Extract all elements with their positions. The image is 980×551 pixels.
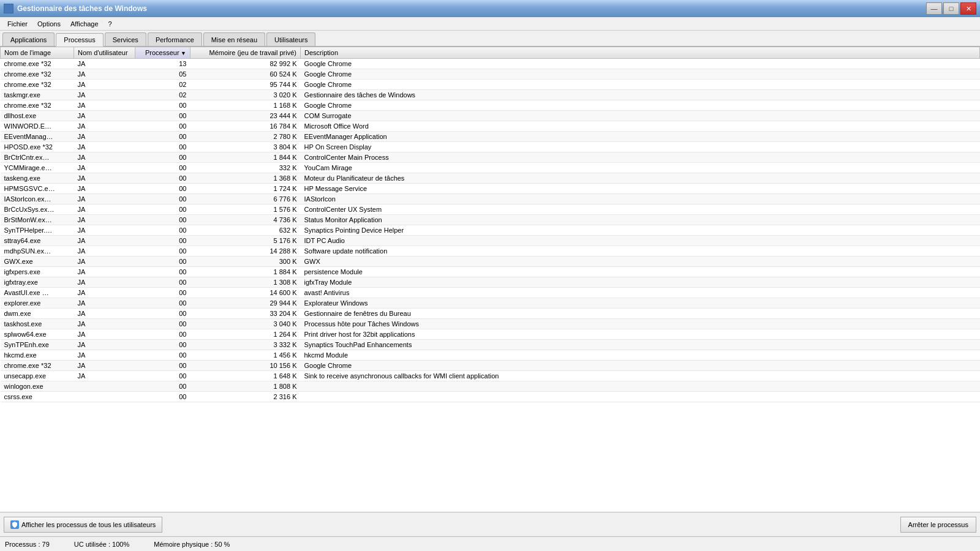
- cell-process-name: igfxtray.exe: [1, 277, 74, 288]
- tab-processus[interactable]: Processus: [56, 33, 103, 47]
- tab-services[interactable]: Services: [105, 32, 146, 46]
- table-row[interactable]: YCMMirage.e…JA00332 KYouCam Mirage: [1, 163, 980, 173]
- close-button[interactable]: ✕: [960, 2, 976, 15]
- table-row[interactable]: BrCcUxSys.ex…JA001 576 KControlCenter UX…: [1, 204, 980, 215]
- cell-process-name: dllhost.exe: [1, 111, 74, 121]
- cell-description: Synaptics Pointing Device Helper: [301, 225, 980, 236]
- table-row[interactable]: igfxtray.exeJA001 308 KigfxTray Module: [1, 277, 980, 288]
- status-memory: Mémoire physique : 50 %: [154, 541, 230, 548]
- table-row[interactable]: dwm.exeJA0033 204 KGestionnaire de fenêt…: [1, 309, 980, 319]
- table-row[interactable]: winlogon.exe001 808 K: [1, 381, 980, 392]
- show-all-processes-button[interactable]: Afficher les processus de tous les utili…: [4, 517, 162, 533]
- table-row[interactable]: explorer.exeJA0029 944 KExplorateur Wind…: [1, 298, 980, 309]
- table-row[interactable]: taskhost.exeJA003 040 KProcessus hôte po…: [1, 319, 980, 329]
- tab-mise-en-reseau[interactable]: Mise en réseau: [203, 32, 265, 46]
- cell-cpu: 00: [135, 225, 190, 236]
- cell-process-name: SynTPEnh.exe: [1, 340, 74, 350]
- cell-process-name: SynTPHelper.…: [1, 225, 74, 236]
- cell-cpu: 00: [135, 215, 190, 225]
- cell-user: JA: [74, 225, 135, 236]
- table-row[interactable]: unsecapp.exeJA001 648 KSink to receive a…: [1, 371, 980, 381]
- table-row[interactable]: SynTPEnh.exeJA003 332 KSynaptics TouchPa…: [1, 340, 980, 350]
- process-table[interactable]: Nom de l'image Nom d'utilisateur Process…: [0, 47, 980, 512]
- table-row[interactable]: chrome.exe *32JA0010 156 KGoogle Chrome: [1, 361, 980, 371]
- bottom-toolbar: Afficher les processus de tous les utili…: [0, 512, 980, 536]
- cell-memory: 3 020 K: [190, 90, 301, 100]
- cell-user: JA: [74, 111, 135, 121]
- table-row[interactable]: chrome.exe *32JA1382 992 KGoogle Chrome: [1, 59, 980, 69]
- cell-cpu: 00: [135, 329, 190, 340]
- menu-help[interactable]: ?: [104, 19, 117, 29]
- table-row[interactable]: chrome.exe *32JA0295 744 KGoogle Chrome: [1, 80, 980, 90]
- menu-affichage[interactable]: Affichage: [66, 19, 104, 29]
- table-row[interactable]: dllhost.exeJA0023 444 KCOM Surrogate: [1, 111, 980, 121]
- cell-description: ControlCenter Main Process: [301, 152, 980, 163]
- table-row[interactable]: chrome.exe *32JA0560 524 KGoogle Chrome: [1, 69, 980, 80]
- cell-cpu: 00: [135, 392, 190, 402]
- cell-description: IAStorIcon: [301, 194, 980, 204]
- col-header-mem[interactable]: Mémoire (jeu de travail privé): [190, 47, 301, 59]
- cell-cpu: 00: [135, 288, 190, 298]
- col-header-cpu[interactable]: Processeur: [135, 47, 190, 59]
- table-row[interactable]: HPMSGSVC.e…JA001 724 KHP Message Service: [1, 184, 980, 194]
- tab-performance[interactable]: Performance: [148, 32, 202, 46]
- cell-user: [74, 381, 135, 392]
- cell-description: Google Chrome: [301, 361, 980, 371]
- cell-cpu: 00: [135, 204, 190, 215]
- menu-options[interactable]: Options: [32, 19, 66, 29]
- cell-memory: 4 736 K: [190, 215, 301, 225]
- cell-cpu: 00: [135, 152, 190, 163]
- table-row[interactable]: BrCtrlCntr.ex…JA001 844 KControlCenter M…: [1, 152, 980, 163]
- table-row[interactable]: GWX.exeJA00300 KGWX: [1, 257, 980, 267]
- table-row[interactable]: IAStorIcon.ex…JA006 776 KIAStorIcon: [1, 194, 980, 204]
- cell-user: JA: [74, 215, 135, 225]
- cell-memory: 23 444 K: [190, 111, 301, 121]
- table-row[interactable]: hkcmd.exeJA001 456 Khkcmd Module: [1, 350, 980, 361]
- col-header-name[interactable]: Nom de l'image: [1, 47, 74, 59]
- table-row[interactable]: splwow64.exeJA001 264 KPrint driver host…: [1, 329, 980, 340]
- cell-memory: 14 600 K: [190, 288, 301, 298]
- table-row[interactable]: BrStMonW.ex…JA004 736 KStatus Monitor Ap…: [1, 215, 980, 225]
- table-row[interactable]: SynTPHelper.…JA00632 KSynaptics Pointing…: [1, 225, 980, 236]
- cell-memory: 2 780 K: [190, 132, 301, 142]
- maximize-button[interactable]: □: [943, 2, 959, 15]
- table-row[interactable]: chrome.exe *32JA001 168 KGoogle Chrome: [1, 100, 980, 111]
- cell-user: JA: [74, 246, 135, 257]
- table-row[interactable]: AvastUI.exe …JA0014 600 Kavast! Antiviru…: [1, 288, 980, 298]
- cell-user: JA: [74, 163, 135, 173]
- cell-description: avast! Antivirus: [301, 288, 980, 298]
- tab-applications[interactable]: Applications: [2, 32, 55, 46]
- table-row[interactable]: taskeng.exeJA001 368 KMoteur du Planific…: [1, 173, 980, 184]
- cell-process-name: taskmgr.exe: [1, 90, 74, 100]
- table-row[interactable]: igfxpers.exeJA001 884 Kpersistence Modul…: [1, 267, 980, 277]
- table-row[interactable]: HPOSD.exe *32JA003 804 KHP On Screen Dis…: [1, 142, 980, 152]
- col-header-user[interactable]: Nom d'utilisateur: [74, 47, 135, 59]
- cell-description: Gestionnaire des tâches de Windows: [301, 90, 980, 100]
- cell-user: JA: [74, 350, 135, 361]
- show-all-label: Afficher les processus de tous les utili…: [21, 521, 156, 528]
- table-row[interactable]: sttray64.exeJA005 176 KIDT PC Audio: [1, 236, 980, 246]
- tab-utilisateurs[interactable]: Utilisateurs: [266, 32, 315, 46]
- cell-process-name: mdhpSUN.ex…: [1, 246, 74, 257]
- menu-fichier[interactable]: Fichier: [2, 19, 32, 29]
- cell-process-name: hkcmd.exe: [1, 350, 74, 361]
- cell-cpu: 02: [135, 80, 190, 90]
- cell-process-name: dwm.exe: [1, 309, 74, 319]
- cell-memory: 29 944 K: [190, 298, 301, 309]
- cell-description: [301, 381, 980, 392]
- cell-user: JA: [74, 371, 135, 381]
- table-row[interactable]: WINWORD.E…JA0016 784 KMicrosoft Office W…: [1, 121, 980, 132]
- table-row[interactable]: taskmgr.exeJA023 020 KGestionnaire des t…: [1, 90, 980, 100]
- table-row[interactable]: mdhpSUN.ex…JA0014 288 KSoftware update n…: [1, 246, 980, 257]
- cell-memory: 3 332 K: [190, 340, 301, 350]
- col-header-desc[interactable]: Description: [301, 47, 980, 59]
- cell-description: Google Chrome: [301, 69, 980, 80]
- end-process-button[interactable]: Arrêter le processus: [900, 517, 976, 533]
- cell-memory: 60 524 K: [190, 69, 301, 80]
- table-row[interactable]: EEventManag…JA002 780 KEEventManager App…: [1, 132, 980, 142]
- cell-memory: 1 368 K: [190, 173, 301, 184]
- status-bar: Processus : 79 UC utilisée : 100% Mémoir…: [0, 536, 980, 551]
- table-row[interactable]: csrss.exe002 316 K: [1, 392, 980, 402]
- cell-process-name: AvastUI.exe …: [1, 288, 74, 298]
- minimize-button[interactable]: —: [926, 2, 942, 15]
